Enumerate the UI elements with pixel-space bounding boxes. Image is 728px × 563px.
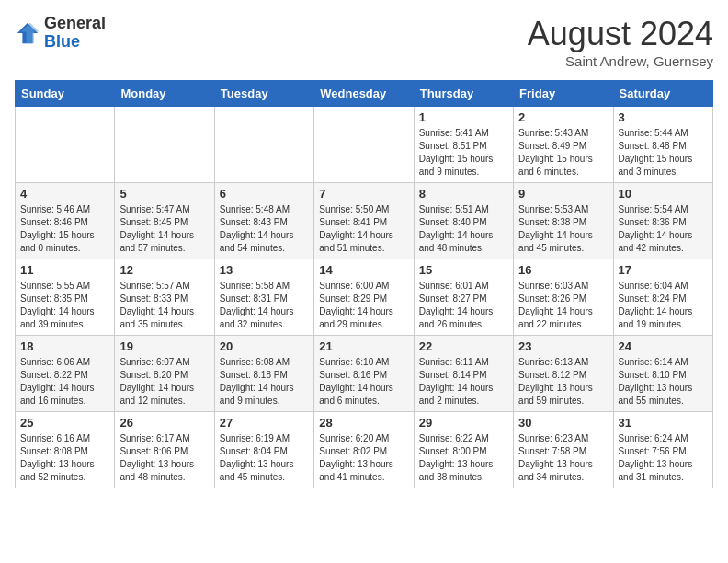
- day-number: 22: [419, 339, 508, 353]
- calendar-cell: [16, 107, 115, 183]
- calendar-cell: 5Sunrise: 5:47 AM Sunset: 8:45 PM Daylig…: [115, 183, 214, 259]
- day-number: 3: [619, 110, 708, 124]
- day-info: Sunrise: 5:41 AM Sunset: 8:51 PM Dayligh…: [419, 127, 508, 178]
- calendar-cell: 9Sunrise: 5:53 AM Sunset: 8:38 PM Daylig…: [514, 183, 613, 259]
- calendar-table: SundayMondayTuesdayWednesdayThursdayFrid…: [15, 80, 713, 488]
- calendar-cell: 16Sunrise: 6:03 AM Sunset: 8:26 PM Dayli…: [514, 259, 613, 336]
- logo-icon: [15, 20, 40, 46]
- calendar-cell: 20Sunrise: 6:08 AM Sunset: 8:18 PM Dayli…: [214, 336, 313, 412]
- calendar-cell: 21Sunrise: 6:10 AM Sunset: 8:16 PM Dayli…: [314, 336, 414, 412]
- day-info: Sunrise: 6:07 AM Sunset: 8:20 PM Dayligh…: [119, 356, 209, 408]
- day-number: 6: [220, 187, 309, 201]
- calendar-week-row: 1Sunrise: 5:41 AM Sunset: 8:51 PM Daylig…: [16, 107, 713, 183]
- weekday-header: Friday: [514, 81, 613, 107]
- day-number: 4: [20, 187, 109, 201]
- calendar-cell: [314, 107, 414, 183]
- title-area: August 2024 Saint Andrew, Guernsey: [528, 15, 713, 69]
- calendar-cell: 27Sunrise: 6:19 AM Sunset: 8:04 PM Dayli…: [214, 412, 313, 488]
- day-info: Sunrise: 6:22 AM Sunset: 8:00 PM Dayligh…: [419, 432, 508, 484]
- calendar-cell: 11Sunrise: 5:55 AM Sunset: 8:35 PM Dayli…: [16, 259, 115, 336]
- day-info: Sunrise: 6:23 AM Sunset: 7:58 PM Dayligh…: [518, 432, 608, 484]
- logo: General Blue: [15, 15, 106, 52]
- day-number: 26: [119, 416, 209, 430]
- day-number: 19: [119, 339, 209, 353]
- calendar-cell: 1Sunrise: 5:41 AM Sunset: 8:51 PM Daylig…: [414, 107, 513, 183]
- logo-general: General: [44, 15, 106, 33]
- calendar-cell: 31Sunrise: 6:24 AM Sunset: 7:56 PM Dayli…: [613, 412, 712, 488]
- calendar-cell: 7Sunrise: 5:50 AM Sunset: 8:41 PM Daylig…: [314, 183, 414, 259]
- day-info: Sunrise: 5:51 AM Sunset: 8:40 PM Dayligh…: [419, 203, 508, 255]
- day-info: Sunrise: 6:03 AM Sunset: 8:26 PM Dayligh…: [518, 280, 608, 331]
- day-info: Sunrise: 6:10 AM Sunset: 8:16 PM Dayligh…: [319, 356, 408, 408]
- calendar-week-row: 4Sunrise: 5:46 AM Sunset: 8:46 PM Daylig…: [16, 183, 713, 259]
- day-info: Sunrise: 5:46 AM Sunset: 8:46 PM Dayligh…: [20, 203, 109, 255]
- calendar-cell: 19Sunrise: 6:07 AM Sunset: 8:20 PM Dayli…: [115, 336, 214, 412]
- weekday-header: Sunday: [16, 81, 115, 107]
- day-info: Sunrise: 6:01 AM Sunset: 8:27 PM Dayligh…: [419, 280, 508, 331]
- weekday-header: Monday: [115, 81, 214, 107]
- day-number: 29: [419, 416, 508, 430]
- calendar-cell: [115, 107, 214, 183]
- calendar-cell: 17Sunrise: 6:04 AM Sunset: 8:24 PM Dayli…: [613, 259, 712, 336]
- weekday-header: Wednesday: [314, 81, 414, 107]
- weekday-header: Saturday: [613, 81, 712, 107]
- day-info: Sunrise: 6:13 AM Sunset: 8:12 PM Dayligh…: [518, 356, 608, 408]
- day-info: Sunrise: 5:50 AM Sunset: 8:41 PM Dayligh…: [319, 203, 408, 255]
- day-info: Sunrise: 5:47 AM Sunset: 8:45 PM Dayligh…: [119, 203, 209, 255]
- day-info: Sunrise: 6:24 AM Sunset: 7:56 PM Dayligh…: [619, 432, 708, 484]
- day-number: 21: [319, 339, 408, 353]
- day-info: Sunrise: 5:53 AM Sunset: 8:38 PM Dayligh…: [518, 203, 608, 255]
- calendar-cell: 4Sunrise: 5:46 AM Sunset: 8:46 PM Daylig…: [16, 183, 115, 259]
- day-number: 17: [619, 263, 708, 277]
- day-info: Sunrise: 6:06 AM Sunset: 8:22 PM Dayligh…: [20, 356, 109, 408]
- day-number: 11: [20, 263, 109, 277]
- calendar-week-row: 18Sunrise: 6:06 AM Sunset: 8:22 PM Dayli…: [16, 336, 713, 412]
- weekday-header: Thursday: [414, 81, 513, 107]
- day-info: Sunrise: 5:54 AM Sunset: 8:36 PM Dayligh…: [619, 203, 708, 255]
- day-info: Sunrise: 5:48 AM Sunset: 8:43 PM Dayligh…: [220, 203, 309, 255]
- calendar-cell: 6Sunrise: 5:48 AM Sunset: 8:43 PM Daylig…: [214, 183, 313, 259]
- day-number: 12: [119, 263, 209, 277]
- logo-text: General Blue: [44, 15, 106, 52]
- calendar-cell: 24Sunrise: 6:14 AM Sunset: 8:10 PM Dayli…: [613, 336, 712, 412]
- day-number: 10: [619, 187, 708, 201]
- day-info: Sunrise: 6:14 AM Sunset: 8:10 PM Dayligh…: [619, 356, 708, 408]
- calendar-cell: 10Sunrise: 5:54 AM Sunset: 8:36 PM Dayli…: [613, 183, 712, 259]
- calendar-cell: 29Sunrise: 6:22 AM Sunset: 8:00 PM Dayli…: [414, 412, 513, 488]
- day-number: 18: [20, 339, 109, 353]
- day-info: Sunrise: 6:19 AM Sunset: 8:04 PM Dayligh…: [220, 432, 309, 484]
- month-title: August 2024: [528, 15, 713, 53]
- calendar-cell: 28Sunrise: 6:20 AM Sunset: 8:02 PM Dayli…: [314, 412, 414, 488]
- day-number: 20: [220, 339, 309, 353]
- calendar-cell: 14Sunrise: 6:00 AM Sunset: 8:29 PM Dayli…: [314, 259, 414, 336]
- day-number: 7: [319, 187, 408, 201]
- day-info: Sunrise: 6:11 AM Sunset: 8:14 PM Dayligh…: [419, 356, 508, 408]
- day-info: Sunrise: 6:04 AM Sunset: 8:24 PM Dayligh…: [619, 280, 708, 331]
- day-info: Sunrise: 5:57 AM Sunset: 8:33 PM Dayligh…: [119, 280, 209, 331]
- day-number: 13: [220, 263, 309, 277]
- day-number: 8: [419, 187, 508, 201]
- day-number: 25: [20, 416, 109, 430]
- calendar-cell: 30Sunrise: 6:23 AM Sunset: 7:58 PM Dayli…: [514, 412, 613, 488]
- day-info: Sunrise: 5:55 AM Sunset: 8:35 PM Dayligh…: [20, 280, 109, 331]
- calendar-cell: 2Sunrise: 5:43 AM Sunset: 8:49 PM Daylig…: [514, 107, 613, 183]
- day-info: Sunrise: 5:44 AM Sunset: 8:48 PM Dayligh…: [619, 127, 708, 178]
- calendar-cell: 26Sunrise: 6:17 AM Sunset: 8:06 PM Dayli…: [115, 412, 214, 488]
- day-number: 14: [319, 263, 408, 277]
- day-info: Sunrise: 5:58 AM Sunset: 8:31 PM Dayligh…: [220, 280, 309, 331]
- day-number: 1: [419, 110, 508, 124]
- calendar-cell: 25Sunrise: 6:16 AM Sunset: 8:08 PM Dayli…: [16, 412, 115, 488]
- day-info: Sunrise: 6:16 AM Sunset: 8:08 PM Dayligh…: [20, 432, 109, 484]
- calendar-cell: 18Sunrise: 6:06 AM Sunset: 8:22 PM Dayli…: [16, 336, 115, 412]
- day-info: Sunrise: 6:08 AM Sunset: 8:18 PM Dayligh…: [220, 356, 309, 408]
- day-number: 30: [518, 416, 608, 430]
- calendar-header-row: SundayMondayTuesdayWednesdayThursdayFrid…: [16, 81, 713, 107]
- day-number: 9: [518, 187, 608, 201]
- logo-blue: Blue: [44, 33, 106, 52]
- day-info: Sunrise: 6:17 AM Sunset: 8:06 PM Dayligh…: [119, 432, 209, 484]
- calendar-week-row: 25Sunrise: 6:16 AM Sunset: 8:08 PM Dayli…: [16, 412, 713, 488]
- day-number: 15: [419, 263, 508, 277]
- day-number: 2: [518, 110, 608, 124]
- day-number: 5: [119, 187, 209, 201]
- calendar-week-row: 11Sunrise: 5:55 AM Sunset: 8:35 PM Dayli…: [16, 259, 713, 336]
